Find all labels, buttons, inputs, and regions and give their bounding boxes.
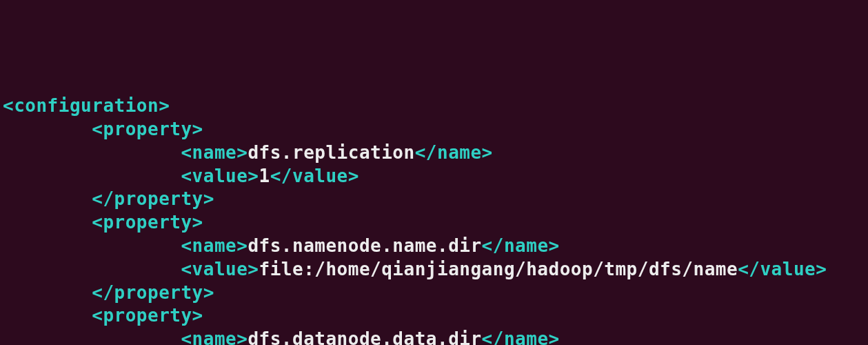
xml-open-tag: <property>	[92, 212, 203, 233]
xml-close-tag: </name>	[415, 142, 493, 163]
property-value: file:/home/qianjiangang/hadoop/tmp/dfs/n…	[259, 259, 738, 279]
property-name: dfs.datanode.data.dir	[248, 328, 481, 345]
terminal-editor[interactable]: <configuration> <property> <name>dfs.rep…	[3, 95, 865, 345]
xml-open-tag: <value>	[181, 166, 259, 186]
xml-open-tag: <value>	[181, 259, 259, 279]
xml-close-tag: </property>	[92, 188, 214, 209]
xml-close-tag: </name>	[482, 235, 560, 256]
property-value: 1	[259, 166, 270, 186]
xml-open-tag: <configuration>	[3, 95, 170, 116]
xml-open-tag: <property>	[92, 119, 203, 139]
xml-close-tag: </property>	[92, 282, 214, 303]
xml-open-tag: <name>	[181, 328, 248, 345]
xml-open-tag: <property>	[92, 305, 203, 326]
xml-open-tag: <name>	[181, 142, 248, 163]
xml-close-tag: </value>	[270, 166, 359, 186]
xml-open-tag: <name>	[181, 235, 248, 256]
property-name: dfs.namenode.name.dir	[248, 235, 481, 256]
property-name: dfs.replication	[248, 142, 414, 163]
xml-close-tag: </name>	[482, 328, 560, 345]
xml-close-tag: </value>	[738, 259, 827, 279]
